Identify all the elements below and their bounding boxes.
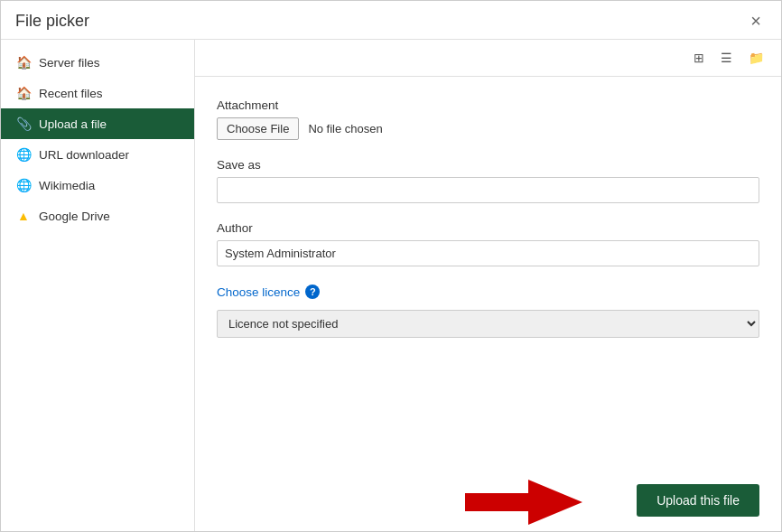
licence-label: Choose licence <box>217 285 300 299</box>
close-button[interactable]: × <box>745 10 767 32</box>
folder-icon: 📁 <box>749 51 764 65</box>
no-file-text: No file chosen <box>308 122 382 135</box>
sidebar-item-google-drive[interactable]: ▲ Google Drive <box>1 201 194 231</box>
server-files-icon: 🏠 <box>15 54 32 70</box>
folder-view-button[interactable]: 📁 <box>742 47 770 69</box>
sidebar-item-label: Upload a file <box>39 117 107 131</box>
sidebar-item-label: Server files <box>39 56 100 70</box>
author-input[interactable] <box>217 240 759 266</box>
sidebar-item-upload-file[interactable]: 📎 Upload a file <box>1 108 194 139</box>
attachment-label: Attachment <box>217 98 759 112</box>
attachment-group: Attachment Choose File No file chosen <box>217 98 759 140</box>
sidebar-item-label: Recent files <box>39 87 103 100</box>
save-as-group: Save as <box>217 158 759 203</box>
upload-button[interactable]: Upload this file <box>637 484 759 517</box>
list-icon: ☰ <box>721 51 732 65</box>
author-label: Author <box>217 221 759 235</box>
sidebar-item-url-downloader[interactable]: 🌐 URL downloader <box>1 139 194 170</box>
save-as-input[interactable] <box>217 177 759 203</box>
dialog-header: File picker × <box>1 1 781 40</box>
sidebar-item-label: Google Drive <box>39 210 110 223</box>
licence-group: Choose licence ? Licence not specified C… <box>217 285 759 338</box>
dialog-body: 🏠 Server files 🏠 Recent files 📎 Upload a… <box>1 40 781 531</box>
wikimedia-icon: 🌐 <box>15 177 32 193</box>
licence-help-icon[interactable]: ? <box>305 285 320 299</box>
sidebar: 🏠 Server files 🏠 Recent files 📎 Upload a… <box>1 40 195 531</box>
grid-view-button[interactable]: ⊞ <box>687 47 711 69</box>
sidebar-item-wikimedia[interactable]: 🌐 Wikimedia <box>1 170 194 201</box>
choose-file-button[interactable]: Choose File <box>217 117 299 140</box>
svg-marker-1 <box>465 480 582 525</box>
list-view-button[interactable]: ☰ <box>714 47 739 69</box>
author-group: Author <box>217 221 759 266</box>
main-content: ⊞ ☰ 📁 Attachment Choose File No file cho… <box>195 40 781 531</box>
licence-label-row: Choose licence ? <box>217 285 759 299</box>
dialog-title: File picker <box>15 12 89 31</box>
toolbar: ⊞ ☰ 📁 <box>195 40 781 77</box>
file-row: Choose File No file chosen <box>217 117 759 140</box>
form-area: Attachment Choose File No file chosen Sa… <box>195 77 781 473</box>
arrow-right-indicator <box>465 480 582 525</box>
upload-file-icon: 📎 <box>15 116 32 132</box>
google-drive-icon: ▲ <box>15 208 32 224</box>
file-picker-dialog: File picker × 🏠 Server files 🏠 Recent fi… <box>0 0 782 532</box>
url-downloader-icon: 🌐 <box>15 146 32 163</box>
sidebar-item-label: Wikimedia <box>39 179 95 192</box>
footer-area: Upload this file <box>195 473 781 531</box>
sidebar-item-recent-files[interactable]: 🏠 Recent files <box>1 78 194 108</box>
grid-icon: ⊞ <box>694 51 704 65</box>
recent-files-icon: 🏠 <box>15 85 32 101</box>
save-as-label: Save as <box>217 158 759 172</box>
sidebar-item-server-files[interactable]: 🏠 Server files <box>1 47 194 78</box>
sidebar-item-label: URL downloader <box>39 148 129 162</box>
licence-select[interactable]: Licence not specified Creative Commons -… <box>217 310 759 338</box>
